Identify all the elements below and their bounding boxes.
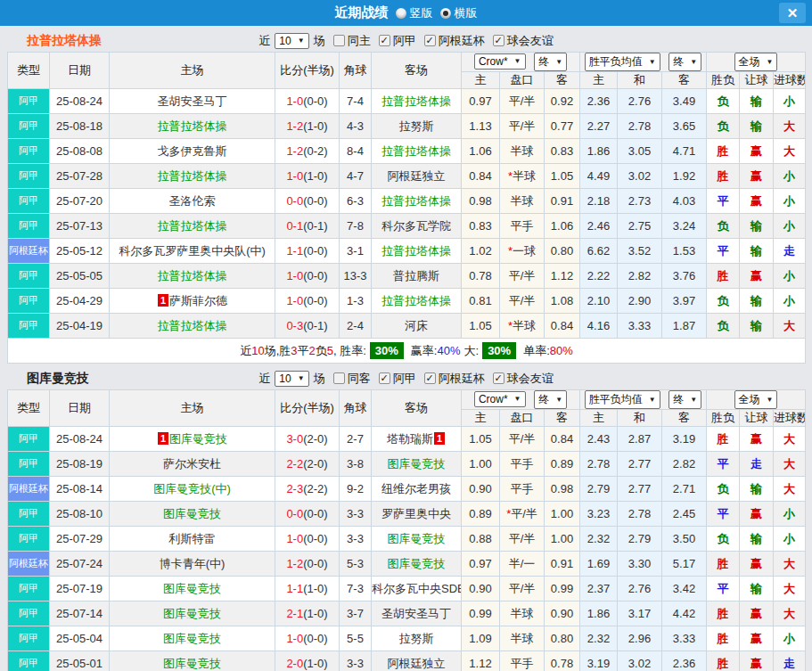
col-corner: 角球 <box>340 53 372 89</box>
home-team-cell: 圣胡安圣马丁 <box>110 89 275 114</box>
match-date: 25-04-19 <box>50 314 110 339</box>
avg-final-select[interactable]: 终▼ <box>668 390 701 409</box>
fulltime-score: 2-1 <box>286 607 303 620</box>
cup-checkbox[interactable]: ✓ <box>424 372 436 384</box>
home-team-name: 博卡青年(中) <box>160 557 226 570</box>
away-team-name: 河床 <box>405 319 428 332</box>
home-team-cell: 拉普拉塔体操 <box>110 314 275 339</box>
avg-draw-odds: 3.05 <box>618 139 662 164</box>
match-type-badge: 阿甲 <box>8 164 50 189</box>
handicap-result: 输 <box>740 314 774 339</box>
home-odds: 0.90 <box>462 477 500 502</box>
away-team-cell: 拉普拉塔体操 <box>372 89 462 114</box>
handicap-cell: 平/半 <box>500 114 545 139</box>
avg-away-odds: 2.82 <box>662 452 707 477</box>
avg-away-odds: 2.36 <box>662 651 707 671</box>
recent-count-select[interactable]: 10▼ <box>275 33 308 49</box>
handicap-cell: *半球 <box>500 164 545 189</box>
layout-horizontal-radio[interactable]: 横版 <box>440 5 478 21</box>
halftime-score: (0-0) <box>303 557 327 570</box>
avg-away-odds: 3.42 <box>662 577 707 601</box>
fulltime-score: 1-0 <box>286 169 303 183</box>
same-home-checkbox[interactable] <box>333 35 345 46</box>
friendly-label: 球会友谊 <box>507 371 554 387</box>
match-type-badge: 阿甲 <box>8 314 50 339</box>
home-odds: 0.83 <box>462 214 500 239</box>
match-type-badge: 阿甲 <box>8 289 50 314</box>
odds-source-select[interactable]: Crow*▼ <box>474 391 526 407</box>
handicap-cell: *平/半 <box>500 502 545 527</box>
recent-count-select[interactable]: 10▼ <box>275 371 308 387</box>
corner-count: 3-3 <box>340 527 372 552</box>
match-result: 胜 <box>707 552 740 577</box>
handicap-cell: 平手 <box>500 452 545 477</box>
odds-final-select[interactable]: 终▼ <box>534 390 567 409</box>
match-date: 25-04-29 <box>50 289 110 314</box>
fulltime-select[interactable]: 全场▼ <box>734 53 778 71</box>
odds-source-select[interactable]: Crow*▼ <box>474 53 526 70</box>
handicap-result: 输 <box>740 214 774 239</box>
avg-home-odds: 4.16 <box>580 314 618 339</box>
avg-away-odds: 4.71 <box>662 139 707 164</box>
home-odds: 0.84 <box>462 164 500 189</box>
match-row: 阿甲 25-08-10 图库曼竞技 0-0(0-0) 3-3 罗萨里奥中央 0.… <box>8 502 806 527</box>
subcol-result: 胜负 <box>707 410 740 427</box>
subcol-handicap: 盘口 <box>500 72 545 89</box>
col-corner: 角球 <box>340 390 372 427</box>
avg-home-odds: 3.19 <box>580 651 618 671</box>
handicap-result: 输 <box>740 477 774 502</box>
col-date: 日期 <box>50 53 110 89</box>
match-type-badge: 阿甲 <box>8 651 50 671</box>
goals-result: 走 <box>774 239 806 264</box>
col-score: 比分(半场) <box>275 53 340 89</box>
score-cell: 2-1(1-0) <box>275 601 340 626</box>
match-row: 阿甲 25-04-29 1萨斯菲尔德 1-0(0-0) 1-3 拉普拉塔体操 0… <box>8 289 806 314</box>
corner-count: 7-4 <box>340 89 372 114</box>
fulltime-select[interactable]: 全场▼ <box>734 390 778 409</box>
friendly-checkbox[interactable]: ✓ <box>493 35 504 46</box>
away-odds: 0.80 <box>545 626 580 651</box>
match-result: 负 <box>707 289 740 314</box>
away-team-name: 拉普拉塔体操 <box>381 194 451 208</box>
halftime-score: (0-0) <box>303 294 327 307</box>
home-odds: 0.98 <box>462 189 500 214</box>
window-title: 近期战绩 <box>335 4 389 21</box>
match-row: 阿甲 25-05-05 拉普拉塔体操 1-0(0-0) 13-3 普拉腾斯 0.… <box>8 264 806 289</box>
league-checkbox[interactable]: ✓ <box>379 35 390 46</box>
fulltime-score: 1-0 <box>286 269 303 282</box>
match-type-badge: 阿根廷杯 <box>8 552 50 577</box>
odds-final-select[interactable]: 终▼ <box>534 53 567 71</box>
radio-horizontal-label: 横版 <box>455 5 478 21</box>
match-type-badge: 阿甲 <box>8 527 50 552</box>
match-result: 胜 <box>707 264 740 289</box>
match-date: 25-07-20 <box>50 189 110 214</box>
halftime-score: (0-0) <box>303 632 327 645</box>
close-button[interactable]: ✕ <box>779 3 806 23</box>
layout-vertical-radio[interactable]: 竖版 <box>396 5 433 21</box>
same-away-checkbox[interactable] <box>333 372 345 384</box>
away-odds: 1.05 <box>545 164 580 189</box>
away-team-name: 塔勒瑞斯 <box>387 432 433 446</box>
away-odds: 0.80 <box>545 239 580 264</box>
fulltime-score: 2-2 <box>286 457 303 471</box>
home-team-name: 拉普拉塔体操 <box>158 319 227 332</box>
cup-checkbox[interactable]: ✓ <box>424 35 436 46</box>
friendly-checkbox[interactable]: ✓ <box>493 372 504 384</box>
away-team-name: 罗萨里奥中央 <box>381 507 451 520</box>
avg-select[interactable]: 胜平负均值▼ <box>585 390 660 409</box>
radio-vertical-label: 竖版 <box>410 5 433 21</box>
league-checkbox[interactable]: ✓ <box>379 372 390 384</box>
away-odds: 0.84 <box>545 427 580 452</box>
avg-draw-odds: 2.77 <box>618 452 662 477</box>
away-team-cell: 普拉腾斯 <box>372 264 462 289</box>
match-result: 平 <box>707 239 740 264</box>
radio-selected-icon <box>440 8 451 19</box>
avg-final-select[interactable]: 终▼ <box>668 53 701 71</box>
handicap-line: 平/半 <box>509 432 536 446</box>
subcol-handicap: 盘口 <box>500 410 545 427</box>
corner-count: 4-3 <box>340 114 372 139</box>
fulltime-score: 1-1 <box>286 244 303 258</box>
summary-text: 近10场,胜3平2负5, 胜率:30%赢率:40%大:30%单率:80% <box>8 339 806 364</box>
home-team-cell: 拉普拉塔体操 <box>110 164 275 189</box>
avg-select[interactable]: 胜平负均值▼ <box>585 53 660 71</box>
